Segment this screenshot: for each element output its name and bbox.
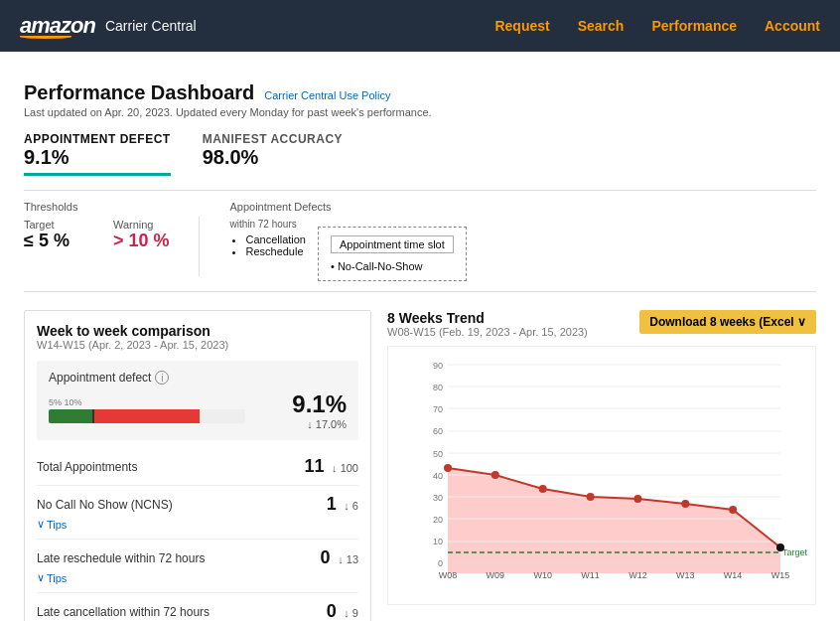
ncns-tips-label: Tips bbox=[47, 519, 67, 531]
tab-manifest-accuracy[interactable]: MANIFEST ACCURACY 98.0% bbox=[203, 132, 343, 176]
bullet-reschedule: Reschedule bbox=[245, 245, 306, 257]
total-appointments-row: Total Appointments 11 ↓ 100 bbox=[37, 448, 358, 486]
svg-text:W12: W12 bbox=[629, 570, 647, 580]
svg-text:70: 70 bbox=[433, 404, 443, 414]
nav-performance[interactable]: Performance bbox=[651, 18, 737, 34]
chart-point-w13 bbox=[681, 500, 689, 508]
late-reschedule-delta: ↓ 13 bbox=[338, 553, 358, 565]
late-cancellation-value-area: 0 ↓ 9 bbox=[327, 601, 358, 621]
svg-text:W11: W11 bbox=[581, 570, 600, 580]
page-title: Performance Dashboard Carrier Central Us… bbox=[24, 81, 816, 104]
chart-point-w11 bbox=[587, 493, 595, 501]
slot-label: Appointment time slot bbox=[331, 235, 454, 253]
svg-text:Target: Target bbox=[782, 547, 807, 557]
chart-point-w10 bbox=[539, 485, 547, 493]
svg-text:90: 90 bbox=[433, 361, 443, 371]
total-appointments-delta: ↓ 100 bbox=[332, 462, 358, 474]
trend-title-area: 8 Weeks Trend W08-W15 (Feb. 19, 2023 - A… bbox=[387, 310, 588, 346]
within72-area: within 72 hours Cancellation Reschedule bbox=[229, 219, 306, 257]
threshold-values: Target ≤ 5 % Warning > 10 % bbox=[24, 219, 169, 251]
svg-text:30: 30 bbox=[433, 493, 443, 503]
main-nav: Request Search Performance Account bbox=[494, 18, 820, 34]
svg-text:10: 10 bbox=[433, 537, 443, 546]
trend-section: 8 Weeks Trend W08-W15 (Feb. 19, 2023 - A… bbox=[387, 310, 816, 621]
trend-chart-svg: 90 80 70 60 50 40 30 20 10 0 bbox=[396, 355, 807, 593]
bar-container: 5% 10% bbox=[49, 397, 245, 423]
late-reschedule-tips-label: Tips bbox=[47, 572, 67, 584]
late-reschedule-inner: Late reschedule within 72 hours 0 ↓ 13 bbox=[37, 547, 358, 568]
late-cancellation-row: Late cancellation within 72 hours 0 ↓ 9 … bbox=[37, 593, 358, 621]
svg-text:80: 80 bbox=[433, 383, 443, 392]
bar-label: 5% 10% bbox=[49, 397, 82, 407]
chart-fill-area bbox=[448, 468, 780, 574]
ncns-label: No Call No Show (NCNS) bbox=[37, 498, 173, 512]
thresholds-area: Thresholds Target ≤ 5 % Warning > 10 % bbox=[24, 201, 169, 251]
defect-bullets: Cancellation Reschedule bbox=[229, 233, 306, 257]
ncns-value: 1 bbox=[327, 494, 337, 514]
nav-request[interactable]: Request bbox=[494, 18, 549, 34]
tab-divider bbox=[24, 190, 816, 191]
section-divider bbox=[24, 291, 816, 292]
appt-defect-value-area: 9.1% ↓ 17.0% bbox=[257, 390, 347, 430]
svg-text:W10: W10 bbox=[533, 570, 552, 580]
carrier-central-label: Carrier Central bbox=[105, 18, 197, 34]
tab-appointment-defect-label: APPOINTMENT DEFECT bbox=[24, 132, 171, 146]
bar-green bbox=[49, 409, 92, 423]
chart-point-w09 bbox=[491, 471, 499, 479]
svg-text:W14: W14 bbox=[724, 570, 743, 580]
target-threshold: Target ≤ 5 % bbox=[24, 219, 70, 251]
within72-label: within 72 hours bbox=[229, 219, 306, 230]
metric-tabs: APPOINTMENT DEFECT 9.1% MANIFEST ACCURAC… bbox=[24, 132, 816, 176]
total-appointments-inner: Total Appointments 11 ↓ 100 bbox=[37, 456, 358, 477]
svg-text:40: 40 bbox=[433, 471, 443, 481]
download-button[interactable]: Download 8 weeks (Excel ∨ bbox=[639, 310, 816, 334]
svg-text:W09: W09 bbox=[487, 570, 505, 580]
late-cancellation-label: Late cancellation within 72 hours bbox=[37, 605, 210, 619]
appt-defects-content: within 72 hours Cancellation Reschedule … bbox=[229, 219, 466, 281]
target-label: Target bbox=[24, 219, 70, 231]
target-value: ≤ 5 % bbox=[24, 231, 70, 250]
last-updated-text: Last updated on Apr. 20, 2023. Updated e… bbox=[24, 106, 816, 118]
late-cancellation-inner: Late cancellation within 72 hours 0 ↓ 9 bbox=[37, 601, 358, 621]
late-reschedule-value: 0 bbox=[321, 547, 331, 567]
bar-labels: 5% 10% bbox=[49, 397, 245, 407]
appointment-slot-box: Appointment time slot • No-Call-No-Show bbox=[318, 227, 467, 281]
tab-manifest-accuracy-value: 98.0% bbox=[203, 146, 343, 169]
late-reschedule-tips[interactable]: ∨ Tips bbox=[37, 571, 358, 584]
nav-account[interactable]: Account bbox=[765, 18, 820, 34]
trend-chart: 90 80 70 60 50 40 30 20 10 0 bbox=[387, 346, 816, 605]
policy-link[interactable]: Carrier Central Use Policy bbox=[264, 89, 390, 101]
ncns-label: • No-Call-No-Show bbox=[331, 260, 454, 272]
tab-appointment-defect-value: 9.1% bbox=[24, 146, 171, 169]
appt-defect-delta: ↓ 17.0% bbox=[257, 418, 347, 430]
trend-subtitle: W08-W15 (Feb. 19, 2023 - Apr. 15, 2023) bbox=[387, 326, 588, 338]
trend-header: 8 Weeks Trend W08-W15 (Feb. 19, 2023 - A… bbox=[387, 310, 816, 346]
amazon-smile-icon bbox=[20, 35, 71, 39]
logo-area: amazon Carrier Central bbox=[20, 13, 197, 39]
warning-threshold: Warning > 10 % bbox=[113, 219, 170, 251]
trend-title: 8 Weeks Trend bbox=[387, 310, 588, 326]
ncns-tips[interactable]: ∨ Tips bbox=[37, 518, 358, 531]
main-content: Performance Dashboard Carrier Central Us… bbox=[0, 52, 840, 621]
svg-text:0: 0 bbox=[438, 558, 443, 568]
appt-defects-label: Appointment Defects bbox=[229, 201, 466, 213]
chart-point-w15 bbox=[776, 543, 784, 551]
week-comparison-card: Week to week comparison W14-W15 (Apr. 2,… bbox=[24, 310, 371, 621]
ncns-inner: No Call No Show (NCNS) 1 ↓ 6 bbox=[37, 494, 358, 515]
thresholds-label: Thresholds bbox=[24, 201, 169, 213]
thresholds-row: Thresholds Target ≤ 5 % Warning > 10 % A… bbox=[24, 201, 816, 281]
appointment-defects-area: Appointment Defects within 72 hours Canc… bbox=[229, 201, 466, 281]
late-reschedule-label: Late reschedule within 72 hours bbox=[37, 551, 205, 565]
chart-point-w08 bbox=[444, 464, 452, 472]
svg-text:W13: W13 bbox=[676, 570, 695, 580]
appt-defect-info-icon[interactable]: i bbox=[155, 371, 169, 385]
tab-appointment-defect[interactable]: APPOINTMENT DEFECT 9.1% bbox=[24, 132, 171, 176]
bullet-cancellation: Cancellation bbox=[245, 233, 306, 245]
nav-search[interactable]: Search bbox=[578, 18, 625, 34]
ncns-delta: ↓ 6 bbox=[344, 500, 358, 512]
appt-defect-header: Appointment defect i bbox=[49, 371, 347, 385]
page-header: Performance Dashboard Carrier Central Us… bbox=[24, 81, 816, 118]
week-comparison-subtitle: W14-W15 (Apr. 2, 2023 - Apr. 15, 2023) bbox=[37, 339, 358, 351]
svg-text:60: 60 bbox=[433, 426, 443, 436]
chevron-down-icon: ∨ bbox=[37, 518, 45, 531]
